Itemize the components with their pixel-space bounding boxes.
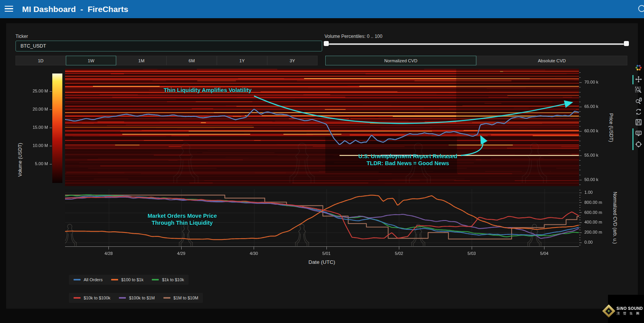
hover-tool-icon[interactable]	[635, 130, 642, 137]
price-axis-tick	[579, 131, 582, 132]
price-axis-minor-tick	[579, 160, 580, 161]
legend-swatch	[111, 279, 118, 280]
cvd-axis-tick-label: 400.00 m	[584, 220, 602, 225]
cvd-axis-minor-tick	[579, 205, 580, 205]
cvd-axis-minor-tick	[579, 200, 580, 200]
legend-swatch	[74, 297, 81, 299]
cvd-axis-minor-tick	[579, 235, 580, 235]
save-tool-icon[interactable]	[635, 119, 642, 126]
price-axis-minor-tick	[579, 145, 580, 146]
cvd-axis-minor-tick	[579, 217, 580, 218]
cvd-axis-tick	[579, 193, 582, 193]
range-button-1d[interactable]: 1D	[15, 56, 66, 65]
volume-colorbar-tick	[50, 146, 52, 146]
legend-item--1k-to-10k[interactable]: $1k to $10k	[152, 277, 184, 282]
ticker-label: Ticker	[15, 34, 28, 39]
menu-icon[interactable]	[5, 6, 13, 12]
x-axis-tick-label: 5/01	[315, 251, 338, 256]
app-header: MI Dashboard - FireCharts	[0, 0, 644, 18]
price-axis-tick	[579, 82, 582, 83]
range-button-6m[interactable]: 6M	[167, 56, 217, 65]
x-axis-tick	[254, 246, 254, 250]
date-axis-title: Date (UTC)	[308, 259, 335, 265]
slider-handle-max[interactable]	[624, 41, 629, 46]
x-axis-tick	[181, 246, 182, 250]
range-button-1y[interactable]: 1Y	[217, 56, 267, 65]
volume-percentiles-label: Volume Percentiles: 0 .. 100	[325, 34, 382, 39]
wheel-zoom-tool-icon[interactable]	[635, 97, 642, 104]
x-axis-tick	[108, 246, 109, 250]
cvd-axis-minor-tick	[579, 227, 580, 228]
annotation-unemployment-line1: U.S. Unemployment Report Released	[355, 153, 460, 160]
reset-tool-icon[interactable]	[635, 108, 642, 115]
price-axis-tick-label: 60.00 k	[584, 128, 598, 133]
legend-label: $1k to $10k	[162, 277, 184, 282]
legend-item--1m-to-10m[interactable]: $1M to $10M	[163, 296, 198, 300]
sino-sound-diamond-icon	[602, 304, 615, 318]
watermark-logo: SiNO SOUND 漢 聲 集 團	[604, 306, 643, 316]
x-axis-tick-label: 4/29	[170, 251, 193, 256]
cvd-axis-tick	[579, 243, 582, 243]
cvd-axis-tick-label: 600.00 m	[584, 210, 602, 215]
price-axis-minor-tick	[579, 97, 580, 97]
cvd-axis-minor-tick	[579, 197, 580, 198]
range-button-1w[interactable]: 1W	[66, 56, 116, 65]
price-axis-minor-tick	[579, 165, 580, 166]
annotation-unemployment-line2: TLDR: Bad News = Good News	[355, 160, 460, 167]
inspect-tools-active-indicator	[632, 128, 634, 150]
search-icon[interactable]	[637, 4, 644, 16]
cvd-axis-title: Normalized CVD (arb. u.)	[612, 192, 618, 244]
cvd-button-absolute-cvd[interactable]: Absolute CVD	[476, 56, 627, 65]
cvd-axis-tick	[579, 212, 582, 213]
price-axis-minor-tick	[579, 116, 580, 117]
volume-colorbar-tick-label: 15.00 M	[15, 125, 48, 130]
legend-item--100-to-1k[interactable]: $100 to $1k	[111, 277, 144, 282]
cvd-toggle-group: Normalized CVDAbsolute CVD	[325, 56, 627, 65]
cvd-axis-tick	[579, 202, 582, 203]
annotation-market-orders-line1: Market Orders Move Price	[131, 212, 234, 219]
legend-swatch	[119, 297, 126, 299]
price-axis-minor-tick	[579, 175, 580, 175]
price-axis-tick	[579, 156, 582, 156]
x-axis-tick	[544, 246, 544, 250]
legend-item--10k-to-100k[interactable]: $10k to $100k	[74, 296, 110, 300]
range-button-1m[interactable]: 1M	[116, 56, 167, 65]
pan-tool-active-indicator	[632, 75, 634, 84]
ticker-input[interactable]	[15, 41, 322, 51]
cvd-button-normalized-cvd[interactable]: Normalized CVD	[325, 56, 476, 65]
range-button-group: 1D1W1M6M1Y3Y	[15, 56, 318, 65]
legend-item--100k-to-1m[interactable]: $100k to $1M	[119, 296, 155, 300]
x-axis-tick-label: 5/04	[533, 251, 556, 256]
watermark-cjk: 漢 聲 集 團	[617, 311, 643, 316]
legend-row-2: $10k to $100k$100k to $1M$1M to $10M	[69, 293, 203, 303]
price-axis-minor-tick	[579, 111, 580, 112]
legend-label: All Orders	[84, 277, 103, 282]
cvd-axis-minor-tick	[579, 240, 580, 240]
legend-item-all-orders[interactable]: All Orders	[74, 277, 103, 282]
volume-heatmap-canvas[interactable]	[65, 69, 579, 186]
slider-handle-min[interactable]	[324, 41, 329, 46]
volume-colorbar-tick	[50, 128, 52, 128]
price-axis-minor-tick	[579, 102, 580, 102]
price-axis-title: Price (USDT)	[608, 113, 614, 142]
price-axis-tick	[579, 107, 582, 107]
cvd-axis-tick-label: 200.00 m	[584, 230, 602, 235]
range-button-3y[interactable]: 3Y	[267, 56, 318, 65]
price-axis-minor-tick	[579, 126, 580, 126]
bokeh-logo-icon[interactable]	[635, 64, 642, 71]
volume-percentiles-slider-track[interactable]	[326, 43, 627, 45]
x-axis-tick	[399, 246, 399, 250]
pan-tool-icon[interactable]	[635, 76, 642, 83]
volume-colorbar	[52, 73, 62, 183]
cvd-axis-tick	[579, 232, 582, 233]
price-axis-tick-label: 65.00 k	[584, 104, 598, 109]
crosshair-tool-icon[interactable]	[635, 141, 642, 148]
legend-label: $100k to $1M	[129, 296, 155, 300]
price-axis-minor-tick	[579, 141, 580, 141]
price-axis-minor-tick	[579, 170, 580, 170]
price-axis-tick	[579, 180, 582, 180]
volume-colorbar-tick-label: 20.00 M	[15, 107, 48, 112]
box-zoom-tool-icon[interactable]	[635, 87, 642, 94]
legend-swatch	[152, 279, 159, 280]
legend-swatch	[74, 279, 81, 280]
